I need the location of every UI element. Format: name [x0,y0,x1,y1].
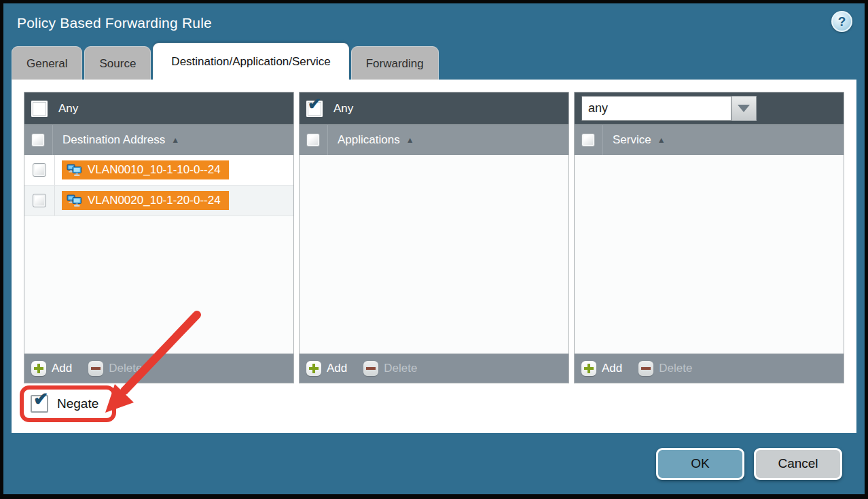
service-column-label[interactable]: Service [613,133,651,147]
tab-bar: General Source Destination/Application/S… [3,43,865,80]
service-add-button[interactable]: Add [581,361,622,376]
address-row-1-label: VLAN0010_10-1-10-0--24 [88,163,221,177]
header-divider [52,125,53,155]
destination-any-label: Any [58,102,78,116]
applications-select-all-checkbox[interactable] [306,133,320,147]
applications-any-checkbox[interactable]: ✔ [306,101,323,117]
delete-minus-icon [638,361,653,376]
negate-checkbox[interactable]: ✔ [31,395,48,413]
service-dropdown-value[interactable]: any [581,96,731,121]
help-icon[interactable]: ? [831,11,852,32]
applications-column-header: Applications ▲ [300,124,568,155]
applications-delete-button: Delete [363,361,417,376]
help-glyph: ? [838,14,846,29]
service-list [575,155,844,354]
delete-minus-icon [363,361,378,376]
destination-column-header: Destination Address ▲ [24,124,293,155]
destination-delete-button: Delete [88,361,142,376]
header-divider [327,125,328,155]
service-column-header: Service ▲ [575,124,844,155]
cancel-button[interactable]: Cancel [754,448,842,480]
chevron-down-icon[interactable] [731,96,757,121]
address-row-1[interactable]: ✔ [24,155,293,186]
check-icon: ✔ [33,390,49,409]
tab-source[interactable]: Source [84,46,151,80]
applications-list [300,155,568,354]
sort-ascending-icon: ▲ [171,135,179,145]
address-object-icon [67,164,82,177]
address-object-chip-1[interactable]: VLAN0010_10-1-10-0--24 [62,160,229,179]
applications-any-label: Any [333,102,353,116]
address-row-2-checkbox[interactable]: ✔ [33,194,46,207]
applications-column-label[interactable]: Applications [338,133,400,147]
check-icon: ✔ [308,96,321,112]
add-plus-icon [31,361,46,376]
row-checkbox-cell: ✔ [24,186,55,216]
applications-footer: Add Delete [300,354,568,383]
negate-label: Negate [57,396,98,411]
destination-select-all-checkbox[interactable] [31,133,45,147]
destination-add-button[interactable]: Add [31,361,72,376]
address-object-icon [67,194,82,207]
service-delete-button: Delete [638,361,692,376]
address-object-chip-2[interactable]: VLAN0020_10-1-20-0--24 [62,191,229,210]
service-select-all-checkbox[interactable] [581,133,595,147]
applications-any-bar: ✔ Any [300,92,568,124]
delete-minus-icon [88,361,103,376]
header-divider [602,125,603,155]
applications-add-button[interactable]: Add [306,361,347,376]
address-row-1-checkbox[interactable]: ✔ [33,163,46,177]
destination-address-list: ✔ [24,155,293,354]
negate-highlight-box: ✔ Negate [20,385,116,422]
tab-content: ✔ Any Destination Address ▲ ✔ [12,80,856,433]
tab-destination-application-service[interactable]: Destination/Application/Service [153,43,348,80]
service-dropdown-bar: any [575,92,844,124]
destination-any-bar: ✔ Any [24,92,293,124]
service-dropdown[interactable]: any [581,96,757,121]
applications-panel: ✔ Any Applications ▲ Add [299,92,569,383]
panels-container: ✔ Any Destination Address ▲ ✔ [24,92,844,383]
tab-general[interactable]: General [12,46,82,80]
negate-row: ✔ Negate [24,385,844,429]
tab-forwarding[interactable]: Forwarding [351,46,439,80]
titlebar: Policy Based Forwarding Rule ? [3,3,865,43]
address-row-2[interactable]: ✔ [24,186,293,216]
service-footer: Add Delete [575,354,844,383]
destination-any-checkbox[interactable]: ✔ [31,101,48,117]
ok-button[interactable]: OK [656,448,744,480]
address-row-2-label: VLAN0020_10-1-20-0--24 [88,194,221,207]
sort-ascending-icon: ▲ [657,135,666,145]
destination-address-panel: ✔ Any Destination Address ▲ ✔ [24,92,294,383]
add-plus-icon [306,361,321,376]
add-plus-icon [581,361,596,376]
policy-based-forwarding-dialog: Policy Based Forwarding Rule ? General S… [0,0,868,499]
dialog-title: Policy Based Forwarding Rule [17,15,212,31]
destination-footer: Add Delete [24,354,293,383]
row-checkbox-cell: ✔ [24,155,55,185]
destination-column-label[interactable]: Destination Address [62,133,165,147]
sort-ascending-icon: ▲ [406,135,414,145]
service-panel: any Service ▲ Add [574,92,844,383]
dialog-footer: OK Cancel [3,433,865,494]
